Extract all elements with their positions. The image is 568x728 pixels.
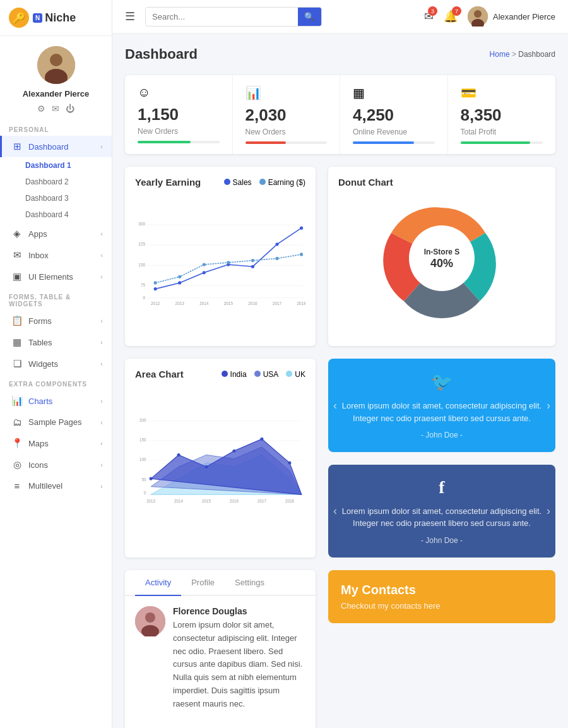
- maps-arrow: ‹: [100, 439, 103, 447]
- activity-text-wrap: Florence Douglas Lorem ipsum dolor sit a…: [173, 606, 305, 711]
- user-avatar: [468, 6, 488, 27]
- page-header: Dashboard Home > Dashboard: [125, 46, 555, 63]
- brand-name: N Niche: [33, 11, 76, 25]
- sidebar-item-multilevel[interactable]: ≡ Multilevel ‹: [0, 475, 112, 496]
- stat-card-2: ▦ 4,250 Online Revenue: [340, 75, 448, 154]
- svg-text:In-Store S: In-Store S: [424, 248, 460, 256]
- donut-chart-title: Donut Chart: [338, 177, 393, 188]
- icons-arrow: ‹: [100, 461, 103, 468]
- sidebar-item-forms[interactable]: 📋 Forms ‹: [0, 310, 112, 331]
- charts-arrow: ‹: [100, 397, 103, 405]
- forms-icon: 📋: [11, 315, 23, 326]
- sidebar-item-apps[interactable]: ◈ Apps ‹: [0, 223, 112, 244]
- twitter-next-button[interactable]: ›: [547, 398, 550, 412]
- forms-section-label: FORMS, TABLE & WIDGETS: [0, 287, 112, 310]
- bottom-row: Activity Profile Settings Florence Dougl…: [125, 570, 555, 728]
- sidebar-item-sample-pages[interactable]: 🗂 Sample Pages ‹: [0, 412, 112, 433]
- sidebar-item-maps[interactable]: 📍 Maps ‹: [0, 433, 112, 454]
- tables-arrow: ‹: [100, 338, 103, 346]
- svg-text:2014: 2014: [174, 499, 183, 503]
- svg-text:2014: 2014: [199, 301, 209, 306]
- bell-button[interactable]: 🔔7: [444, 9, 458, 23]
- search-input[interactable]: [146, 8, 298, 25]
- apps-arrow: ‹: [100, 230, 103, 237]
- tab-profile[interactable]: Profile: [181, 570, 225, 596]
- settings-icon[interactable]: ⚙: [37, 104, 45, 114]
- inbox-label: Inbox: [28, 251, 100, 260]
- yearly-earning-card: Yearly Earning Sales Earning ($) 300 225…: [125, 167, 316, 346]
- sidebar-sub-dashboard4[interactable]: Dashboard 4: [0, 206, 112, 223]
- contacts-card: My Contacts Checkout my contacts here: [328, 570, 555, 623]
- sidebar-sub-dashboard2[interactable]: Dashboard 2: [0, 174, 112, 190]
- sidebar-item-widgets[interactable]: ❏ Widgets ‹: [0, 353, 112, 374]
- sidebar-user-icons: ⚙ ✉ ⏻: [6, 104, 105, 114]
- twitter-text: Lorem ipsum dolor sit amet, consectetur …: [341, 400, 543, 424]
- sidebar-item-charts[interactable]: 📊 Charts ‹: [0, 390, 112, 412]
- stat-value-3: 8,350: [461, 105, 543, 125]
- donut-wrap: In-Store S 40%: [338, 195, 545, 321]
- hamburger-icon[interactable]: ☰: [125, 9, 135, 23]
- sidebar-sub-dashboard1[interactable]: Dashboard 1: [0, 157, 112, 174]
- tab-settings[interactable]: Settings: [225, 570, 275, 596]
- contacts-subtitle: Checkout my contacts here: [341, 601, 543, 611]
- legend-uk: UK: [286, 370, 305, 379]
- multilevel-label: Multilevel: [28, 481, 100, 491]
- stat-bar-0: [138, 141, 220, 143]
- legend-usa: USA: [254, 370, 279, 379]
- twitter-icon: 🐦: [341, 371, 543, 392]
- social-col: ‹ 🐦 Lorem ipsum dolor sit amet, consecte…: [328, 359, 555, 558]
- tabs-nav: Activity Profile Settings: [125, 570, 316, 596]
- bell-badge: 7: [452, 6, 461, 16]
- content-area: Dashboard Home > Dashboard ☺ 1,150 New O…: [112, 33, 568, 728]
- svg-text:200: 200: [139, 418, 146, 422]
- contacts-col: My Contacts Checkout my contacts here: [328, 570, 555, 728]
- stat-bar-1: [246, 141, 328, 144]
- key-icon: 🔑: [9, 8, 29, 28]
- breadcrumb-home[interactable]: Home: [490, 50, 510, 59]
- facebook-prev-button[interactable]: ‹: [333, 504, 337, 518]
- inbox-arrow: ‹: [100, 251, 103, 259]
- dashboard-arrow: ‹: [100, 143, 103, 150]
- widgets-label: Widgets: [28, 359, 100, 369]
- sidebar-logo: 🔑 N Niche: [0, 0, 112, 36]
- area-chart-card: Area Chart India USA UK 200 150 100 50 0: [125, 359, 316, 558]
- sidebar: 🔑 N Niche Alexander Pierce ⚙ ✉ ⏻ PERSONA…: [0, 0, 112, 728]
- area-chart-svg: 200 150 100 50 0: [135, 387, 305, 539]
- facebook-text: Lorem ipsum dolor sit amet, consectetur …: [341, 505, 543, 530]
- tab-activity[interactable]: Activity: [135, 570, 181, 596]
- stat-label-1: New Orders: [246, 128, 328, 136]
- svg-text:2015: 2015: [202, 499, 211, 503]
- stat-value-2: 4,250: [353, 105, 435, 125]
- maps-icon: 📍: [11, 438, 23, 449]
- stat-icon-2: ▦: [353, 85, 435, 100]
- svg-point-23: [154, 281, 157, 284]
- sidebar-user: Alexander Pierce ⚙ ✉ ⏻: [0, 36, 112, 120]
- topbar-right: ✉3 🔔7 Alexander Pierce: [424, 6, 555, 27]
- stat-card-0: ☺ 1,150 New Orders: [125, 75, 233, 154]
- maps-label: Maps: [28, 439, 100, 448]
- tables-label: Tables: [28, 338, 100, 347]
- sidebar-item-ui-elements[interactable]: ▣ UI Elements ‹: [0, 266, 112, 287]
- stats-row: ☺ 1,150 New Orders 📊 2,030 New Orders ▦ …: [125, 75, 555, 154]
- topbar: ☰ 🔍 ✉3 🔔7 Alexander Pierce: [112, 0, 568, 33]
- sidebar-item-tables[interactable]: ▦ Tables ‹: [0, 331, 112, 353]
- facebook-next-button[interactable]: ›: [547, 504, 550, 518]
- twitter-prev-button[interactable]: ‹: [333, 398, 337, 412]
- facebook-author: - John Doe -: [341, 536, 543, 545]
- svg-text:50: 50: [142, 477, 146, 482]
- activity-text-1: Lorem ipsum dolor sit amet, consectetur …: [173, 619, 305, 711]
- charts-icon: 📊: [11, 395, 23, 407]
- user-info[interactable]: Alexander Pierce: [468, 6, 555, 27]
- sidebar-item-dashboard[interactable]: ⊞ Dashboard ‹: [0, 136, 112, 157]
- sidebar-item-icons[interactable]: ◎ Icons ‹: [0, 454, 112, 475]
- sidebar-username: Alexander Pierce: [6, 89, 105, 98]
- power-icon[interactable]: ⏻: [66, 104, 74, 114]
- svg-text:2016: 2016: [230, 499, 239, 503]
- multilevel-icon: ≡: [11, 480, 23, 491]
- donut-chart-header: Donut Chart: [338, 177, 545, 188]
- search-button[interactable]: 🔍: [298, 8, 321, 26]
- mail-icon[interactable]: ✉: [52, 104, 59, 114]
- mail-button[interactable]: ✉3: [424, 9, 434, 23]
- sidebar-sub-dashboard3[interactable]: Dashboard 3: [0, 190, 112, 206]
- sidebar-item-inbox[interactable]: ✉ Inbox ‹: [0, 244, 112, 266]
